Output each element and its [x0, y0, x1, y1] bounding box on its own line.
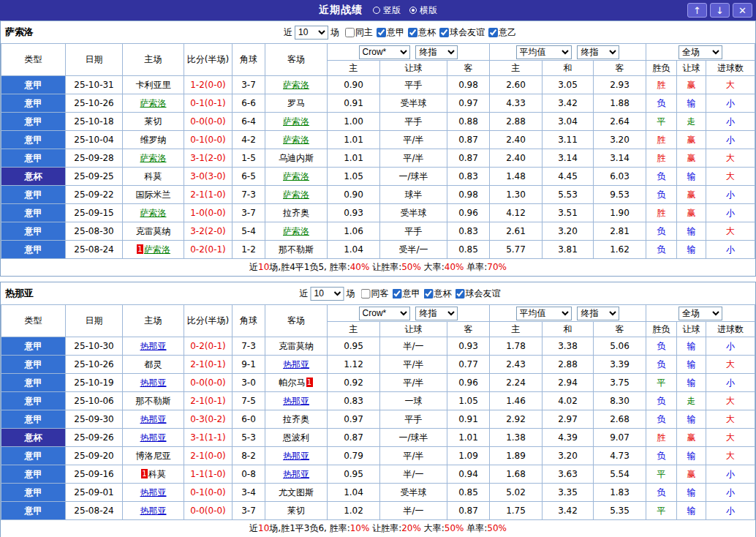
odds-home-cell: 0.79 [328, 447, 380, 465]
league-badge: 意甲 [1, 374, 66, 392]
summary-line: 近10场,胜1平3负6, 胜率:10% 让胜率:20% 大率:50% 单率:50… [1, 520, 755, 537]
checkbox-input[interactable] [393, 289, 402, 298]
avg-select[interactable]: 平均值 [516, 45, 572, 59]
odds-group-header: Crow* 终指 [328, 44, 490, 61]
team-name-link[interactable]: 萨索洛 [283, 116, 309, 127]
scope-select[interactable]: 全场 [678, 307, 722, 320]
result-handicap-cell: 输 [677, 241, 706, 259]
score-cell: 0-3(0-2) [184, 410, 233, 429]
checkbox-input[interactable] [361, 289, 371, 298]
odds-home-cell: 1.04 [328, 484, 380, 502]
result-wdl-cell: 负 [646, 241, 677, 259]
league-badge: 意甲 [1, 113, 66, 131]
result-goals-cell: 小 [706, 186, 755, 204]
avg-draw-cell: 2.97 [543, 410, 594, 429]
checkbox-input[interactable] [424, 289, 434, 298]
avg-home-cell: 2.43 [490, 356, 543, 374]
league-badge: 意甲 [1, 222, 66, 241]
checkbox-input[interactable] [377, 28, 386, 37]
scope-select[interactable]: 全场 [678, 45, 722, 59]
checkbox-input[interactable] [345, 28, 355, 37]
team-name-link[interactable]: 萨索洛 [283, 226, 309, 236]
handicap-cell: 平/半 [380, 374, 447, 392]
avg-final-select[interactable]: 终指 [577, 45, 619, 59]
avg-away-cell: 1.62 [594, 241, 646, 259]
team-name-link[interactable]: 萨索洛 [283, 80, 309, 90]
move-up-button[interactable]: ↑ [687, 3, 707, 18]
team-name-link[interactable]: 热那亚 [140, 432, 167, 443]
checkbox-input[interactable] [456, 289, 465, 298]
games-unit-label: 场 [347, 288, 355, 300]
league-badge: 意甲 [1, 447, 66, 465]
team-name-link[interactable]: 萨索洛 [140, 208, 167, 218]
odds-away-cell: 0.91 [447, 410, 490, 429]
handicap-cell: 一/球半 [380, 168, 447, 186]
team-name-link[interactable]: 萨索洛 [283, 135, 309, 145]
filter-checkbox-意乙[interactable]: 意乙 [488, 26, 516, 39]
handicap-cell: 平手 [380, 222, 447, 241]
league-badge: 意甲 [1, 356, 66, 374]
avg-home-cell: 2.60 [490, 76, 543, 94]
layout-radio-horizontal[interactable]: 横版 [409, 4, 437, 17]
team-name-link[interactable]: 热那亚 [140, 378, 167, 388]
filter-checkbox-球会友谊[interactable]: 球会友谊 [456, 288, 501, 300]
checkbox-label-text: 意甲 [387, 26, 404, 39]
team-name-link[interactable]: 热那亚 [140, 487, 167, 497]
team-name-link[interactable]: 热那亚 [140, 414, 167, 424]
team-name-link[interactable]: 热那亚 [283, 396, 309, 406]
checkbox-input[interactable] [439, 28, 449, 37]
home-team-cell: 维罗纳 [123, 131, 184, 149]
move-down-button[interactable]: ↓ [710, 3, 730, 18]
match-date: 25-10-06 [66, 392, 123, 410]
summary-segment: 让胜率: [369, 523, 401, 533]
team-name-link[interactable]: 热那亚 [140, 506, 167, 516]
team-name-link[interactable]: 热那亚 [283, 451, 309, 461]
team-name-link[interactable]: 萨索洛 [140, 98, 167, 108]
odds-home-cell: 0.87 [328, 429, 380, 447]
checkbox-label-text: 意乙 [499, 26, 516, 39]
checkbox-input[interactable] [488, 28, 498, 37]
close-button[interactable]: ✕ [733, 3, 752, 18]
filter-checkbox-意杯[interactable]: 意杯 [408, 26, 436, 39]
odds-final-select[interactable]: 终指 [415, 307, 458, 320]
league-badge: 意甲 [1, 392, 66, 410]
odds-company-select[interactable]: Crow* [359, 45, 410, 59]
odds-company-select[interactable]: Crow* [359, 307, 410, 320]
scope-group-header: 全场 [646, 305, 755, 322]
team-name-link[interactable]: 热那亚 [283, 469, 309, 479]
filter-checkbox-球会友谊[interactable]: 球会友谊 [439, 26, 485, 39]
summary-segment: 让胜率: [369, 262, 401, 272]
avg-select[interactable]: 平均值 [516, 307, 572, 320]
match-date: 25-10-26 [66, 94, 123, 113]
avg-home-cell: 2.24 [490, 374, 543, 392]
checkbox-label-text: 意杯 [418, 26, 436, 39]
match-count-select[interactable]: 10 [295, 26, 328, 40]
team-name-link[interactable]: 萨索洛 [283, 171, 309, 181]
odds-final-select[interactable]: 终指 [415, 45, 458, 59]
filter-checkbox-意甲[interactable]: 意甲 [393, 288, 420, 300]
handicap-cell: 平手 [380, 113, 447, 131]
filter-checkbox-同主[interactable]: 同主 [345, 26, 373, 39]
filter-checkbox-同客[interactable]: 同客 [361, 288, 389, 300]
team-name-link[interactable]: 萨索洛 [140, 153, 167, 163]
match-row: 意甲 25-09-01 热那亚 0-1(0-0) 3-4 尤文图斯 1.04 受… [1, 484, 755, 502]
column-header-date: 日期 [66, 44, 123, 76]
window-title: 近期战绩 [319, 4, 363, 17]
subheader-odds-away: 客 [447, 61, 490, 76]
match-count-select[interactable]: 10 [311, 287, 344, 301]
team-name-link[interactable]: 萨索洛 [144, 244, 170, 255]
match-row: 意甲 25-10-26 都灵 2-1(0-1) 9-1 热那亚 1.12 平/半… [1, 356, 755, 374]
layout-radio-vertical[interactable]: 竖版 [373, 4, 401, 17]
summary-segment: 场,胜4平1负5, 胜率: [269, 262, 349, 272]
team-name-link[interactable]: 萨索洛 [283, 189, 309, 200]
result-handicap-cell: 赢 [677, 186, 706, 204]
team-name-link[interactable]: 热那亚 [283, 359, 309, 369]
filter-checkbox-意杯[interactable]: 意杯 [424, 288, 452, 300]
avg-away-cell: 1.83 [594, 484, 646, 502]
team-name-link[interactable]: 热那亚 [140, 341, 167, 351]
avg-final-select[interactable]: 终指 [577, 307, 619, 320]
checkbox-input[interactable] [408, 28, 417, 37]
score-cell: 2-1(0-0) [184, 447, 233, 465]
filter-checkbox-意甲[interactable]: 意甲 [377, 26, 404, 39]
match-date: 25-09-22 [66, 186, 123, 204]
